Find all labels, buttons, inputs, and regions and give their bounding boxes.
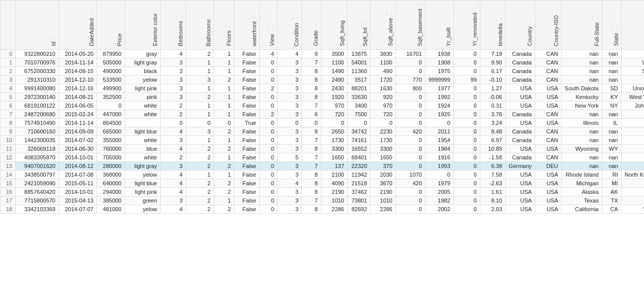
table-cell: 3 (278, 171, 302, 179)
col-header-condition[interactable]: ⋮⋮Condition (278, 1, 302, 50)
table-cell: 6752000330 (16, 67, 59, 76)
table-cell: 3 (278, 205, 302, 214)
table-cell: nan (562, 153, 602, 162)
table-cell: -1.58 (480, 153, 505, 162)
table-cell: 4 (161, 127, 186, 136)
table-cell: 720 (371, 110, 396, 119)
table-cell: 0 (260, 145, 278, 153)
col-header-city[interactable]: ⋮⋮City (621, 1, 644, 50)
table-cell: 11 (1, 145, 16, 153)
table-cell: 420 (396, 179, 425, 188)
col-header-idx[interactable]: ⋮⋮ (1, 1, 16, 50)
col-header-sqft-living[interactable]: ⋮⋮Sqft_living (321, 1, 348, 50)
table-cell: CAN (535, 58, 562, 67)
table-cell: 326069118 (16, 145, 59, 153)
table-cell: Toronto (621, 76, 644, 84)
table-cell: 2421059090 (16, 179, 59, 188)
table-cell: 1730 (371, 136, 396, 145)
col-header-timedelta[interactable]: ⋮⋮timedelta (480, 1, 505, 50)
table-cell: 0 (260, 67, 278, 76)
table-cell: Fulton (621, 179, 644, 188)
table-cell: 88201 (348, 84, 371, 93)
table-cell: nan (602, 110, 621, 119)
table-cell: Canada (505, 76, 535, 84)
col-header-state[interactable]: ⋮⋮State (602, 1, 621, 50)
table-cell: black (125, 67, 161, 76)
table-cell: 0 (396, 188, 425, 196)
table-cell: 15 (1, 179, 16, 188)
table-cell: 7 (302, 162, 321, 171)
table-cell: 3500 (321, 50, 348, 58)
table-cell: False (234, 84, 260, 93)
table-cell: 1 (186, 110, 214, 119)
table-cell: 0 (425, 119, 454, 127)
table-cell: 2286 (371, 205, 396, 214)
col-header-yr-built[interactable]: ⋮⋮Yr_built (425, 1, 454, 50)
col-header-full-state[interactable]: ⋮⋮Full-State (562, 1, 602, 50)
table-cell: 1 (1, 58, 16, 67)
col-header-country-iso[interactable]: ⋮⋮Country-ISO (535, 1, 562, 50)
table-cell: 0 (302, 119, 321, 127)
table-cell: Toronto (621, 127, 644, 136)
table-cell: 0 (453, 188, 480, 196)
table-cell: 2650 (321, 127, 348, 136)
table-cell: 0 (453, 50, 480, 58)
table-cell: 280000 (97, 162, 125, 171)
table-cell: 2 (186, 179, 214, 188)
table-cell: 1730 (321, 136, 348, 145)
table-cell: 490 (371, 67, 396, 76)
table-cell: 0 (453, 162, 480, 171)
table-cell: 0 (453, 84, 480, 93)
table-cell: nan (602, 50, 621, 58)
col-header-view[interactable]: ⋮⋮View (260, 1, 278, 50)
table-cell: USA (535, 188, 562, 196)
table-cell: 2014-07-08 (59, 171, 97, 179)
col-header-exterior-color[interactable]: ⋮⋮Exterior color (125, 1, 161, 50)
table-cell: 640000 (97, 179, 125, 188)
table-cell: 99 (453, 76, 480, 84)
table-cell: TX (602, 196, 621, 205)
table-cell: 3 (278, 67, 302, 76)
col-header-sqft-basement[interactable]: ⋮⋮Sqft_basement (396, 1, 425, 50)
col-header-yr-renovated[interactable]: ⋮⋮Yr_renovated (453, 1, 480, 50)
table-cell: 11942 (348, 171, 371, 179)
col-header-id[interactable]: ⋮⋮id (16, 1, 59, 50)
col-header-sqft-above[interactable]: ⋮⋮Sqft_above (371, 1, 396, 50)
table-cell: 2.03 (480, 205, 505, 214)
table-cell: 0 (396, 110, 425, 119)
table-cell: 368000 (97, 171, 125, 179)
table-cell: Winnipeg (621, 58, 644, 67)
col-header-floors[interactable]: ⋮⋮Floors (214, 1, 234, 50)
table-cell: 8 (302, 127, 321, 136)
table-cell: 4090 (321, 179, 348, 188)
table-cell: 8.10 (480, 196, 505, 205)
table-cell: 490000 (97, 67, 125, 76)
table-cell: 0 (396, 205, 425, 214)
table-cell: 2 (214, 205, 234, 214)
table-cell: 16 (1, 188, 16, 196)
col-header-dateadded[interactable]: ⋮⋮DateAdded (59, 1, 97, 50)
col-header-price[interactable]: ⋮⋮Price (97, 1, 125, 50)
table-cell: Berlin (621, 162, 644, 171)
col-header-country[interactable]: ⋮⋮Country (505, 1, 535, 50)
col-header-sqft-lot[interactable]: ⋮⋮Sqft_lot (348, 1, 371, 50)
table-cell: 1925 (425, 110, 454, 119)
col-header-bathrooms[interactable]: ⋮⋮Bathrooms (186, 1, 214, 50)
table-cell: 6 (302, 110, 321, 119)
col-header-bedrooms[interactable]: ⋮⋮Bedrooms (161, 1, 186, 50)
table-cell: 2014-08-21 (59, 93, 97, 102)
table-cell: WY (602, 145, 621, 153)
table-row: 267520003302014-08-15490000black311False… (1, 67, 645, 76)
table-cell: Canada (505, 110, 535, 119)
col-header-waterfront[interactable]: ⋮⋮waterfront (234, 1, 260, 50)
table-cell: 2 (161, 102, 186, 110)
table-cell: 2430 (321, 84, 348, 93)
table-cell: light pink (125, 188, 161, 196)
table-cell: 1 (186, 136, 214, 145)
col-header-grade[interactable]: ⋮⋮Grade (302, 1, 321, 50)
table-cell: 3.24 (480, 119, 505, 127)
table-cell: 74161 (348, 136, 371, 145)
table-cell: 1630 (371, 84, 396, 93)
table-cell: 2014-12-10 (59, 76, 97, 84)
table-cell: 499900 (97, 84, 125, 93)
